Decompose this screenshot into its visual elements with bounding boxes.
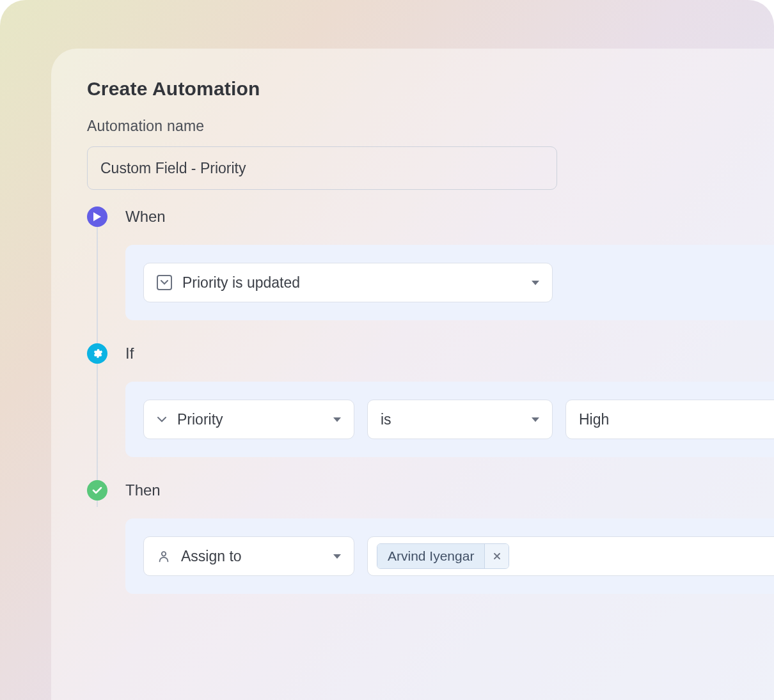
trigger-value: Priority is updated [182,274,300,292]
flow-connector-line [97,226,98,507]
close-icon [493,552,501,560]
action-dropdown[interactable]: Assign to [143,536,354,576]
chevron-down-icon [333,417,341,422]
automation-name-input[interactable] [87,146,557,190]
condition-field-dropdown[interactable]: Priority [143,400,354,439]
chevron-down-icon [157,416,167,423]
automation-flow: When Priority is updated If [87,206,774,594]
if-card: Priority is High [125,382,774,457]
chevron-down-icon [532,417,539,422]
step-when-label: When [125,208,166,226]
condition-field-value: Priority [177,411,223,428]
then-card: Assign to Arvind Iyengar [125,518,774,594]
assignee-input[interactable]: Arvind Iyengar [367,536,774,576]
when-card: Priority is updated [125,245,774,320]
custom-field-icon [157,275,172,290]
condition-operator-dropdown[interactable]: is [367,400,553,439]
chevron-down-icon [333,554,341,559]
step-then-label: Then [125,481,161,499]
svg-point-0 [162,552,166,556]
assignee-chip-label: Arvind Iyengar [377,544,484,568]
check-circle-icon [87,480,107,501]
chevron-down-icon [532,281,539,285]
step-if-header: If [87,343,774,364]
trigger-dropdown[interactable]: Priority is updated [143,263,553,302]
step-if-label: If [125,345,134,362]
condition-operator-value: is [381,411,391,428]
step-then-header: Then [87,480,774,501]
condition-value-text: High [579,411,609,428]
automation-name-label: Automation name [87,118,774,135]
action-value: Assign to [181,548,242,565]
person-icon [157,549,171,563]
play-icon [87,206,107,227]
gear-icon [87,343,107,364]
step-when-header: When [87,206,774,227]
automation-panel: Create Automation Automation name When P… [51,49,774,700]
app-background: Create Automation Automation name When P… [0,0,774,700]
assignee-chip: Arvind Iyengar [377,543,509,569]
remove-chip-button[interactable] [484,544,509,568]
page-title: Create Automation [87,78,774,100]
condition-value-input[interactable]: High [565,400,774,439]
